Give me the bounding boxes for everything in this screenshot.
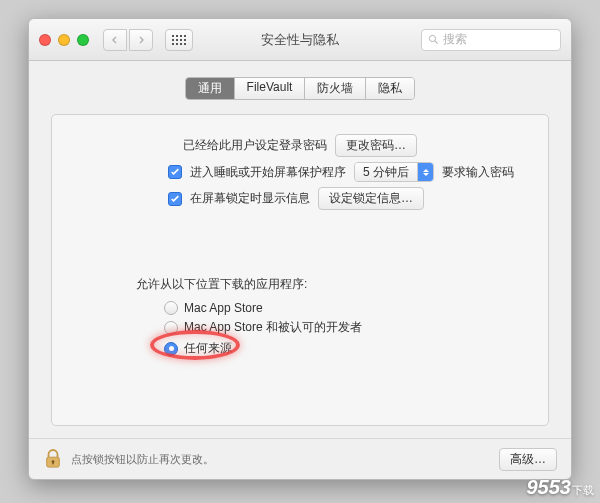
- radio-anywhere[interactable]: 任何来源: [164, 338, 524, 359]
- radio-icon: [164, 321, 178, 335]
- show-all-button[interactable]: [165, 29, 193, 51]
- advanced-button[interactable]: 高级…: [499, 448, 557, 471]
- change-password-button[interactable]: 更改密码…: [335, 134, 417, 157]
- radio-mac-app-store[interactable]: Mac App Store: [164, 299, 524, 317]
- watermark: 9553下载: [527, 476, 595, 499]
- radio-icon: [164, 342, 178, 356]
- grid-icon: [172, 35, 186, 45]
- tab-firewall[interactable]: 防火墙: [305, 78, 366, 99]
- lock-text: 点按锁按钮以防止再次更改。: [71, 452, 214, 467]
- search-input[interactable]: 搜索: [421, 29, 561, 51]
- check-icon: [170, 167, 180, 177]
- screen-lock-row: 在屏幕锁定时显示信息 设定锁定信息…: [168, 187, 524, 210]
- watermark-main: 9553: [527, 476, 572, 498]
- tab-general[interactable]: 通用: [186, 78, 235, 99]
- radio-label: Mac App Store: [184, 301, 263, 315]
- watermark-suffix: 下载: [572, 484, 594, 496]
- delay-value: 5 分钟后: [355, 163, 417, 181]
- login-password-row: 已经给此用户设定登录密码 更改密码…: [76, 134, 524, 157]
- minimize-button[interactable]: [58, 34, 70, 46]
- require-password-post: 要求输入密码: [442, 164, 514, 181]
- delay-select[interactable]: 5 分钟后: [354, 162, 434, 182]
- allow-from-label: 允许从以下位置下载的应用程序:: [136, 276, 524, 293]
- set-lock-message-button[interactable]: 设定锁定信息…: [318, 187, 424, 210]
- preferences-window: 安全性与隐私 搜索 通用 FileVault 防火墙 隐私 已经给此用户设定登录…: [28, 18, 572, 480]
- login-password-label: 已经给此用户设定登录密码: [183, 137, 327, 154]
- nav-buttons: [103, 29, 153, 51]
- search-icon: [428, 34, 439, 45]
- svg-rect-4: [52, 462, 53, 465]
- screen-lock-checkbox[interactable]: [168, 192, 182, 206]
- forward-button[interactable]: [129, 29, 153, 51]
- search-placeholder: 搜索: [443, 31, 467, 48]
- back-button[interactable]: [103, 29, 127, 51]
- tab-privacy[interactable]: 隐私: [366, 78, 414, 99]
- radio-icon: [164, 301, 178, 315]
- lock-button[interactable]: [43, 447, 63, 471]
- check-icon: [170, 194, 180, 204]
- lock-icon: [44, 448, 62, 470]
- svg-point-0: [429, 35, 435, 41]
- require-password-row: 进入睡眠或开始屏幕保护程序 5 分钟后 要求输入密码: [168, 162, 524, 182]
- require-password-pre: 进入睡眠或开始屏幕保护程序: [190, 164, 346, 181]
- panel-general: 已经给此用户设定登录密码 更改密码… 进入睡眠或开始屏幕保护程序 5 分钟后 要…: [51, 114, 549, 426]
- content-area: 通用 FileVault 防火墙 隐私 已经给此用户设定登录密码 更改密码… 进…: [29, 61, 571, 438]
- tab-filevault[interactable]: FileVault: [235, 78, 306, 99]
- titlebar: 安全性与隐私 搜索: [29, 19, 571, 61]
- screen-lock-label: 在屏幕锁定时显示信息: [190, 190, 310, 207]
- radio-identified-developers[interactable]: Mac App Store 和被认可的开发者: [164, 317, 524, 338]
- close-button[interactable]: [39, 34, 51, 46]
- radio-label: 任何来源: [184, 340, 232, 357]
- stepper-arrows-icon: [417, 163, 433, 181]
- window-controls: [39, 34, 89, 46]
- radio-label: Mac App Store 和被认可的开发者: [184, 319, 362, 336]
- require-password-checkbox[interactable]: [168, 165, 182, 179]
- allow-from-radios: Mac App Store Mac App Store 和被认可的开发者 任何来…: [164, 299, 524, 359]
- zoom-button[interactable]: [77, 34, 89, 46]
- svg-line-1: [435, 41, 438, 44]
- tabs: 通用 FileVault 防火墙 隐私: [51, 77, 549, 100]
- footer: 点按锁按钮以防止再次更改。 高级…: [29, 438, 571, 479]
- tabgroup: 通用 FileVault 防火墙 隐私: [185, 77, 416, 100]
